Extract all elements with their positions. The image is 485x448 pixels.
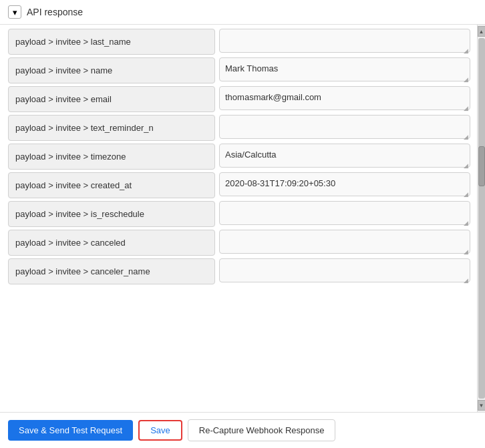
field-value-canceler_name[interactable] [219, 258, 470, 282]
field-value-wrapper-text_reminder: ◢ [219, 115, 470, 141]
field-value-wrapper-name: ◢ [219, 57, 470, 83]
scroll-down-arrow[interactable]: ▼ [478, 400, 486, 411]
field-label-email: payload > invitee > email [8, 86, 215, 112]
save-button[interactable]: Save [138, 420, 182, 441]
field-value-name[interactable] [219, 57, 470, 81]
field-value-wrapper-timezone: ◢ [219, 144, 470, 170]
field-row: payload > invitee > canceled◢ [8, 230, 470, 256]
content-area: payload > invitee > last_name◢payload > … [0, 25, 485, 412]
field-row: payload > invitee > is_reschedule◢ [8, 201, 470, 227]
field-label-created_at: payload > invitee > created_at [8, 172, 215, 198]
scrollbar-track: ▲ ▼ [477, 25, 485, 412]
footer: Save & Send Test Request Save Re-Capture… [0, 412, 485, 448]
scroll-up-arrow[interactable]: ▲ [478, 26, 486, 37]
field-row: payload > invitee > email◢ [8, 86, 470, 112]
field-row: payload > invitee > canceler_name◢ [8, 258, 470, 284]
field-value-created_at[interactable] [219, 172, 470, 196]
field-value-wrapper-last_name: ◢ [219, 29, 470, 55]
field-value-timezone[interactable] [219, 144, 470, 168]
field-value-canceled[interactable] [219, 230, 470, 254]
field-row: payload > invitee > name◢ [8, 57, 470, 83]
field-value-text_reminder[interactable] [219, 115, 470, 139]
field-value-wrapper-canceled: ◢ [219, 230, 470, 256]
field-label-canceled: payload > invitee > canceled [8, 230, 215, 256]
collapse-icon: ▾ [13, 7, 17, 17]
field-value-wrapper-is_reschedule: ◢ [219, 201, 470, 227]
field-row: payload > invitee > text_reminder_n◢ [8, 115, 470, 141]
save-send-button[interactable]: Save & Send Test Request [8, 420, 133, 441]
scrollbar-thumb-inner [478, 146, 485, 186]
field-label-is_reschedule: payload > invitee > is_reschedule [8, 201, 215, 227]
scrollbar-thumb[interactable] [478, 38, 485, 399]
collapse-button[interactable]: ▾ [8, 5, 21, 19]
field-value-wrapper-canceler_name: ◢ [219, 258, 470, 284]
field-row: payload > invitee > timezone◢ [8, 144, 470, 170]
field-value-wrapper-created_at: ◢ [219, 172, 470, 198]
field-label-timezone: payload > invitee > timezone [8, 144, 215, 170]
field-label-text_reminder: payload > invitee > text_reminder_n [8, 115, 215, 141]
field-label-canceler_name: payload > invitee > canceler_name [8, 258, 215, 284]
field-row: payload > invitee > created_at◢ [8, 172, 470, 198]
field-value-last_name[interactable] [219, 29, 470, 53]
field-label-last_name: payload > invitee > last_name [8, 29, 215, 55]
field-row: payload > invitee > last_name◢ [8, 29, 470, 55]
header-section: ▾ API response [0, 0, 485, 25]
main-container: ▾ API response payload > invitee > last_… [0, 0, 485, 448]
field-value-email[interactable] [219, 86, 470, 110]
fields-scroll-area[interactable]: payload > invitee > last_name◢payload > … [0, 25, 477, 412]
field-value-is_reschedule[interactable] [219, 201, 470, 225]
field-label-name: payload > invitee > name [8, 57, 215, 83]
header-title: API response [27, 7, 83, 17]
field-value-wrapper-email: ◢ [219, 86, 470, 112]
recapture-button[interactable]: Re-Capture Webhook Response [188, 419, 336, 441]
